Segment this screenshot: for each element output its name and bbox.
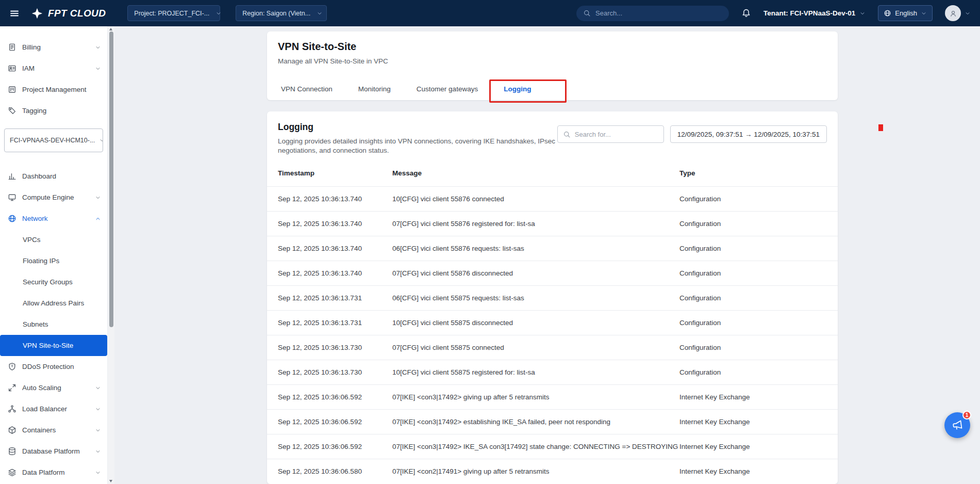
tab-logging[interactable]: Logging [491,77,544,100]
chevron-down-icon [215,10,222,17]
chat-fab-button[interactable]: 1 [944,412,970,438]
chat-badge: 1 [962,411,971,420]
log-row: Sep 12, 2025 10:36:13.74006[CFG] vici cl… [267,236,838,261]
globe-icon [884,9,891,17]
sidebar-item-vpcs[interactable]: VPCs [0,229,107,250]
sidebar-scrollbar[interactable] [108,26,114,484]
sidebar-item-label: IAM [22,64,95,72]
region-selector-label: Region: Saigon (Vietn... [242,10,310,17]
project-selector[interactable]: Project: PROJECT_FCI-... [127,5,220,21]
log-type: Configuration [679,335,838,360]
language-selector[interactable]: English [878,5,933,21]
logging-search[interactable] [557,125,664,143]
sidebar-item-label: Database Platform [22,447,95,455]
log-timestamp: Sep 12, 2025 10:36:06.592 [267,409,392,434]
notifications-button[interactable] [741,8,751,18]
chevron-down-icon [95,66,101,72]
sidebar-item-label: Subnets [23,320,101,328]
region-selector[interactable]: Region: Saigon (Vietn... [236,5,327,21]
log-row: Sep 12, 2025 10:36:13.73106[CFG] vici cl… [267,285,838,310]
log-row: Sep 12, 2025 10:36:06.58007[IKE] <con2|1… [267,459,838,483]
sidebar-item-security-groups[interactable]: Security Groups [0,271,107,293]
tab-monitoring[interactable]: Monitoring [345,77,404,100]
scrollbar-thumb[interactable] [109,31,113,327]
bell-icon [741,8,751,18]
log-type: Configuration [679,360,838,384]
tenant-label: Tenant: FCI-VPNaaS-Dev-01 [763,9,855,17]
sidebar-item-allow-address-pairs[interactable]: Allow Address Pairs [0,293,107,314]
sidebar-item-containers[interactable]: Containers [0,420,107,441]
logging-search-input[interactable] [575,131,658,138]
account-menu[interactable] [945,5,971,21]
chevron-down-icon [95,195,101,201]
sidebar-item-subnets[interactable]: Subnets [0,314,107,335]
sidebar: BillingIAMProject ManagementTaggingFCI-V… [0,26,107,484]
chevron-down-icon [95,406,101,412]
log-row: Sep 12, 2025 10:36:06.59207[IKE] <con3|1… [267,409,838,434]
tenant-selector[interactable]: Tenant: FCI-VPNaaS-Dev-01 [763,9,866,17]
sidebar-item-label: Floating IPs [23,257,101,265]
sidebar-item-ddos-protection[interactable]: DDoS Protection [0,356,107,377]
sidebar-item-compute-engine[interactable]: Compute Engine [0,187,107,208]
sidebar-item-label: Load Balancer [22,405,95,413]
sidebar-item-label: Compute Engine [22,193,95,201]
log-message: 07[IKE] <con3|17492> establishing IKE_SA… [392,409,679,434]
date-range-picker[interactable]: 12/09/2025, 09:37:51 → 12/09/2025, 10:37… [670,125,827,143]
dashboard-icon [8,172,16,181]
log-timestamp: Sep 12, 2025 10:36:13.740 [267,261,392,285]
global-search-input[interactable] [595,9,722,17]
scroll-down-arrow-icon[interactable] [109,480,112,482]
sidebar-item-auto-scaling[interactable]: Auto Scaling [0,377,107,398]
sidebar-item-iam[interactable]: IAM [0,58,107,79]
chevron-down-icon [859,10,866,17]
log-type: Configuration [679,236,838,261]
sidebar-nav: BillingIAMProject ManagementTaggingFCI-V… [0,37,107,483]
shield-icon [8,362,16,371]
sidebar-item-dashboard[interactable]: Dashboard [0,166,107,187]
log-timestamp: Sep 12, 2025 10:36:06.592 [267,384,392,409]
log-type: Configuration [679,211,838,236]
col-header-timestamp: Timestamp [267,159,392,186]
sidebar-item-vpn-site-to-site[interactable]: VPN Site-to-Site [0,335,107,356]
logo[interactable]: FPT CLOUD [31,7,106,20]
log-timestamp: Sep 12, 2025 10:36:13.740 [267,236,392,261]
scroll-up-arrow-icon[interactable] [109,28,112,30]
log-message: 06[CFG] vici client 55875 requests: list… [392,285,679,310]
log-message: 06[CFG] vici client 55876 requests: list… [392,236,679,261]
sidebar-item-floating-ips[interactable]: Floating IPs [0,250,107,271]
sidebar-item-database-platform[interactable]: Database Platform [0,441,107,462]
topbar-right: Tenant: FCI-VPNaaS-Dev-01 English [576,5,971,21]
log-row: Sep 12, 2025 10:36:06.59207[IKE] <con3|1… [267,384,838,409]
sidebar-item-billing[interactable]: Billing [0,37,107,58]
global-search[interactable] [576,6,729,21]
log-timestamp: Sep 12, 2025 10:36:13.740 [267,186,392,211]
log-timestamp: Sep 12, 2025 10:36:13.730 [267,335,392,360]
log-type: Internet Key Exchange [679,434,838,459]
logging-table-body: Sep 12, 2025 10:36:13.74010[CFG] vici cl… [267,186,838,483]
sidebar-item-network[interactable]: Network [0,208,107,229]
sidebar-item-tagging[interactable]: Tagging [0,100,107,121]
log-message: 07[IKE] <con3|17492> giving up after 5 r… [392,384,679,409]
sidebar-vpc-select[interactable]: FCI-VPNAAS-DEV-HCM10-... [4,128,103,152]
log-message: 10[CFG] vici client 55875 registered for… [392,360,679,384]
sidebar-item-data-platform[interactable]: Data Platform [0,462,107,483]
log-row: Sep 12, 2025 10:36:06.59207[IKE] <con3|1… [267,434,838,459]
log-message: 07[CFG] vici client 55875 connected [392,335,679,360]
tab-customer-gateways[interactable]: Customer gateways [404,77,491,100]
page-subtitle: Manage all VPN Site-to-Site in VPC [278,57,827,65]
log-type: Internet Key Exchange [679,459,838,483]
tab-vpn-connection[interactable]: VPN Connection [278,77,345,100]
database-icon [8,447,16,456]
logging-controls: 12/09/2025, 09:37:51 → 12/09/2025, 10:37… [557,125,827,143]
menu-button[interactable] [9,8,20,19]
sidebar-item-load-balancer[interactable]: Load Balancer [0,398,107,420]
sidebar-item-label: Containers [22,426,95,434]
language-label: English [895,9,917,17]
search-icon [563,131,571,138]
billing-icon [8,43,16,52]
sidebar-vpc-select-value: FCI-VPNAAS-DEV-HCM10-... [10,137,95,144]
fpt-logo-icon [31,7,43,20]
sidebar-item-label: VPN Site-to-Site [23,342,101,349]
sidebar-item-label: Project Management [22,86,101,93]
sidebar-item-project-management[interactable]: Project Management [0,79,107,100]
